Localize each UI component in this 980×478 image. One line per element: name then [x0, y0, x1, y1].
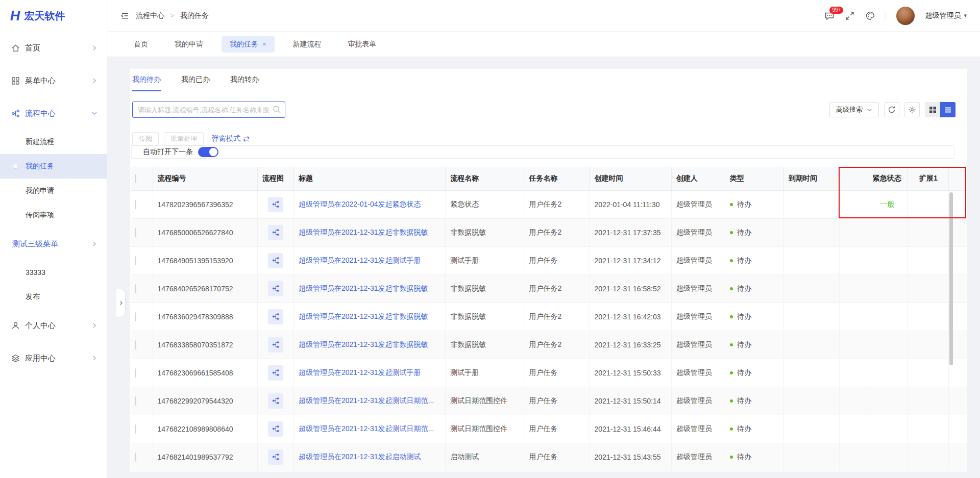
theme-palette-icon[interactable]: [865, 11, 875, 21]
task-title-link[interactable]: 超级管理员在2021-12-31发起测试手册: [299, 368, 421, 376]
cell-creator: 超级管理员: [671, 274, 725, 303]
task-title-link[interactable]: 超级管理员在2021-12-31发起非数据脱敏: [299, 228, 428, 236]
search-input[interactable]: [132, 102, 285, 118]
flow-diagram-icon[interactable]: [268, 225, 283, 240]
auto-open-switch[interactable]: [198, 147, 218, 157]
cell-flow-name: 启动测试: [446, 443, 524, 471]
flow-diagram-icon[interactable]: [268, 281, 283, 296]
sidebar-item-10[interactable]: 个人中心: [0, 309, 107, 342]
flow-diagram-icon[interactable]: [268, 337, 283, 353]
cell-created-time: 2021-12-31 17:37:35: [590, 218, 671, 246]
tab-4[interactable]: 审批表单: [340, 36, 385, 53]
sidebar-item-9[interactable]: 发布: [0, 285, 107, 309]
circulate-button[interactable]: 传阅: [132, 132, 159, 145]
status-text: 待办: [737, 396, 751, 406]
cell-due-time: [784, 359, 840, 387]
column-header-10: [840, 167, 866, 190]
flow-diagram-icon[interactable]: [268, 393, 283, 409]
task-title-link[interactable]: 超级管理员在2021-12-31发起启动测试: [299, 452, 421, 461]
home-icon: [11, 44, 20, 53]
task-title-link[interactable]: 超级管理员在2021-12-31发起测试日期范...: [299, 424, 434, 433]
cell-title: 超级管理员在2021-12-31发起测试日期范...: [293, 387, 445, 415]
tab-2[interactable]: 我的任务×: [222, 36, 275, 53]
tab-0[interactable]: 首页: [126, 36, 156, 53]
cell-urgency: [866, 359, 908, 387]
user-avatar[interactable]: [896, 7, 915, 25]
sidebar-item-6[interactable]: 传阅事项: [0, 203, 107, 228]
row-checkbox[interactable]: [135, 284, 136, 293]
cell-title: 超级管理员在2021-12-31发起启动测试: [293, 443, 445, 471]
row-checkbox[interactable]: [135, 256, 136, 265]
cell-checkbox: [131, 190, 153, 218]
sidebar-item-8[interactable]: 33333: [0, 260, 107, 285]
cell-ext1: [908, 331, 949, 359]
vertical-scrollbar[interactable]: [949, 192, 953, 365]
task-title-link[interactable]: 超级管理员在2021-12-31发起非数据脱敏: [299, 284, 428, 292]
flow-diagram-icon[interactable]: [268, 309, 283, 324]
row-checkbox[interactable]: [135, 452, 136, 462]
task-title-link[interactable]: 超级管理员在2022-01-04发起紧急状态: [299, 200, 421, 208]
row-checkbox[interactable]: [135, 340, 136, 349]
sidebar-menu: 首页菜单中心流程中心新建流程我的任务我的申请传阅事项测试三级菜单33333发布个…: [0, 32, 107, 374]
cell-due-time: [784, 246, 840, 274]
row-checkbox[interactable]: [135, 424, 136, 434]
sidebar-item-1[interactable]: 菜单中心: [0, 64, 107, 97]
app-logo[interactable]: H 宏天软件: [0, 0, 107, 32]
sidebar-item-0[interactable]: 首页: [0, 32, 107, 64]
cell-ext1: [908, 218, 949, 246]
column-header-12: 扩展1: [908, 167, 949, 190]
close-icon[interactable]: ×: [262, 40, 266, 48]
flow-diagram-icon[interactable]: [268, 365, 283, 381]
row-checkbox[interactable]: [135, 368, 136, 378]
sidebar-item-label: 传阅事项: [26, 211, 54, 220]
flow-diagram-icon[interactable]: [268, 421, 283, 437]
select-all-checkbox[interactable]: [135, 174, 136, 183]
flow-diagram-icon[interactable]: [268, 449, 283, 465]
sidebar-item-4[interactable]: 我的任务: [0, 154, 107, 179]
cell-urgency: [866, 443, 908, 471]
sidebar-expand-handle[interactable]: [116, 289, 126, 317]
batch-process-button[interactable]: 批量处理: [164, 132, 204, 145]
column-settings-button[interactable]: [904, 102, 920, 117]
task-title-link[interactable]: 超级管理员在2021-12-31发起非数据脱敏: [299, 312, 428, 320]
refresh-button[interactable]: [884, 102, 899, 117]
cell-urgency: [866, 415, 908, 443]
flow-diagram-icon[interactable]: [268, 197, 283, 212]
status-text: 待办: [737, 256, 751, 265]
sidebar-item-5[interactable]: 我的申请: [0, 179, 107, 203]
fullscreen-icon[interactable]: [845, 11, 855, 21]
cell-title: 超级管理员在2022-01-04发起紧急状态: [293, 190, 445, 218]
user-menu[interactable]: 超级管理员 ▾: [925, 11, 967, 20]
task-title-link[interactable]: 超级管理员在2021-12-31发起测试日期范...: [299, 396, 434, 405]
popup-mode-toggle[interactable]: 弹窗模式 ⇄: [212, 134, 250, 143]
cell-checkbox: [131, 415, 153, 443]
row-checkbox[interactable]: [135, 396, 136, 406]
tab-1[interactable]: 我的申请: [166, 36, 211, 53]
messages-icon[interactable]: 99+: [824, 11, 835, 21]
breadcrumb-parent[interactable]: 流程中心: [136, 11, 164, 20]
search-icon[interactable]: [273, 105, 281, 114]
subtab-0[interactable]: 我的待办: [132, 75, 161, 91]
task-title-link[interactable]: 超级管理员在2021-12-31发起测试手册: [299, 256, 421, 264]
task-title-link[interactable]: 超级管理员在2021-12-31发起非数据脱敏: [299, 340, 428, 348]
cell-due-time: [784, 387, 840, 415]
row-checkbox[interactable]: [135, 200, 136, 209]
row-checkbox[interactable]: [135, 312, 136, 321]
menu-fold-icon[interactable]: [120, 11, 130, 20]
cell-ext1: [908, 190, 949, 218]
list-view-button[interactable]: [940, 102, 955, 117]
advanced-search-button[interactable]: 高级搜索: [829, 102, 879, 117]
advanced-search-label: 高级搜索: [836, 105, 863, 114]
grid-view-button[interactable]: [925, 102, 940, 117]
tab-3[interactable]: 新建流程: [285, 36, 330, 53]
sidebar-item-7[interactable]: 测试三级菜单: [0, 228, 107, 260]
cell-due-time: [784, 190, 840, 218]
row-checkbox[interactable]: [135, 228, 136, 237]
sidebar-item-2[interactable]: 流程中心: [0, 97, 107, 130]
subtab-1[interactable]: 我的已办: [181, 75, 210, 90]
sidebar-item-3[interactable]: 新建流程: [0, 130, 107, 154]
subtab-2[interactable]: 我的转办: [230, 75, 259, 90]
user-name: 超级管理员: [925, 11, 961, 20]
sidebar-item-11[interactable]: 应用中心: [0, 342, 107, 374]
flow-diagram-icon[interactable]: [268, 253, 283, 268]
